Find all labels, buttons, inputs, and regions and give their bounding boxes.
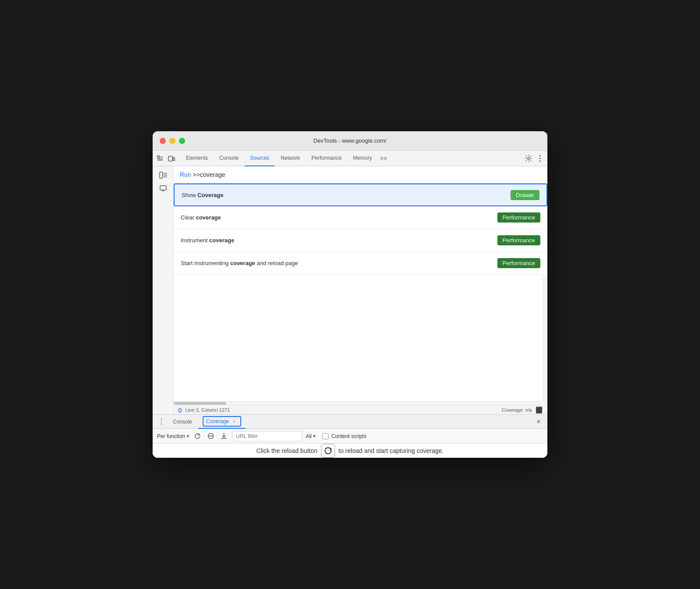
device-toggle-icon[interactable] [168, 154, 175, 162]
content-scripts-checkbox[interactable] [322, 433, 329, 439]
coverage-toolbar: Per function ▾ [153, 429, 547, 444]
message-after: to reload and start capturing coverage. [339, 447, 444, 454]
device-icon[interactable] [156, 182, 170, 194]
minimize-button[interactable] [169, 138, 175, 144]
drawer-close-button[interactable]: × [533, 417, 544, 427]
command-item-text: Instrument coverage [181, 237, 234, 244]
command-item-text: Start instrumenting coverage and reload … [181, 260, 298, 266]
status-left: {} Line 3, Column 1271 [178, 407, 230, 413]
per-function-dropdown[interactable]: Per function ▾ [157, 433, 189, 439]
drawer-tab-coverage-label: Coverage [206, 418, 229, 424]
command-search-query: >>coverage [193, 171, 225, 178]
clear-coverage-button[interactable] [206, 431, 215, 441]
left-sidebar [153, 166, 174, 414]
all-label: All [306, 433, 311, 439]
coverage-main-area: Click the reload button to reload and st… [153, 444, 547, 458]
devtools-window: DevTools - www.google.com/ [153, 131, 547, 458]
drawer-tab-console[interactable]: Console [168, 415, 196, 429]
message-before: Click the reload button [256, 447, 317, 454]
horizontal-scrollbar[interactable] [174, 401, 547, 405]
tab-sources[interactable]: Sources [245, 151, 275, 166]
command-palette: Run >>coverage Show Coverage D [174, 166, 547, 275]
scrollbar-thumb [174, 402, 226, 405]
run-label: Run [180, 171, 191, 178]
inspect-element-icon[interactable] [156, 154, 164, 162]
svg-rect-1 [157, 156, 158, 157]
main-toolbar: Elements Console Sources Network Perform… [153, 151, 547, 166]
coverage-status: Coverage: n/a [502, 407, 532, 413]
command-item-start-instrumenting[interactable]: Start instrumenting coverage and reload … [174, 252, 547, 275]
tab-console[interactable]: Console [214, 151, 244, 166]
type-filter-dropdown[interactable]: All ▾ [306, 433, 315, 439]
tab-network[interactable]: Network [275, 151, 305, 166]
badge-performance-1: Performance [497, 212, 540, 223]
toolbar-icons [156, 154, 175, 162]
per-function-label: Per function [157, 433, 185, 439]
drawer-tab-coverage-close[interactable]: × [231, 418, 238, 425]
tab-bar: Elements Console Sources Network Perform… [181, 151, 523, 166]
command-results: Show Coverage Drawer Clear coverage Perf… [174, 183, 547, 275]
svg-point-7 [528, 157, 530, 159]
status-right: Coverage: n/a ⬛ [502, 406, 543, 413]
badge-performance-3: Performance [497, 258, 540, 268]
svg-point-9 [539, 158, 541, 159]
drawer-tab-console-label: Console [173, 419, 192, 425]
command-search-text: Run >>coverage [180, 171, 225, 178]
svg-point-10 [539, 160, 541, 162]
maximize-button[interactable] [179, 138, 185, 144]
svg-rect-6 [173, 158, 175, 161]
command-item-instrument-coverage[interactable]: Instrument coverage Performance [174, 229, 547, 252]
settings-icon[interactable] [525, 154, 532, 162]
toolbar-right [525, 154, 544, 162]
reload-icon[interactable] [321, 444, 335, 458]
devtools-panel: Elements Console Sources Network Perform… [153, 151, 547, 458]
dropdown-arrow-icon: ▾ [313, 434, 315, 438]
traffic-lights [160, 138, 185, 144]
code-panel: Run >>coverage Show Coverage D [174, 166, 547, 414]
file-panel-icon[interactable] [156, 169, 170, 181]
drawer-more-options[interactable]: ⋮ [156, 417, 167, 426]
reload-message: Click the reload button to reload and st… [256, 444, 443, 458]
drawer-tabs: ⋮ Console Coverage × × [153, 415, 547, 429]
url-filter-input[interactable] [232, 431, 302, 442]
command-item-text: Show Coverage [182, 192, 223, 198]
content-scripts-text: Content scripts [331, 433, 366, 439]
tab-memory[interactable]: Memory [348, 151, 377, 166]
svg-rect-11 [160, 172, 163, 178]
command-search-bar[interactable]: Run >>coverage [174, 166, 547, 183]
devtools-body: Run >>coverage Show Coverage D [153, 166, 547, 414]
drawer-tab-coverage[interactable]: Coverage × [198, 415, 246, 429]
content-scripts-label: Content scripts [322, 433, 366, 439]
tab-performance[interactable]: Performance [306, 151, 347, 166]
command-item-text: Clear coverage [181, 214, 221, 221]
svg-point-8 [539, 155, 541, 156]
more-tabs-button[interactable]: >> [378, 155, 389, 162]
window-title: DevTools - www.google.com/ [314, 137, 387, 144]
reload-coverage-button[interactable] [193, 431, 202, 441]
titlebar: DevTools - www.google.com/ [153, 131, 547, 151]
customize-icon[interactable] [536, 154, 544, 162]
drawer-tab-coverage-border: Coverage × [203, 416, 241, 427]
badge-drawer: Drawer [511, 190, 539, 200]
tab-elements[interactable]: Elements [181, 151, 213, 166]
svg-rect-15 [160, 186, 166, 190]
badge-performance-2: Performance [497, 235, 540, 245]
pretty-print-icon[interactable]: {} [178, 407, 182, 413]
command-item-show-coverage[interactable]: Show Coverage Drawer [174, 183, 547, 206]
status-bar: {} Line 3, Column 1271 Coverage: n/a ⬛ [174, 405, 547, 414]
drawer-panel: ⋮ Console Coverage × × Per function ▾ [153, 414, 547, 458]
cursor-position: Line 3, Column 1271 [186, 407, 230, 413]
export-coverage-button[interactable] [219, 431, 229, 441]
close-button[interactable] [160, 138, 166, 144]
command-item-clear-coverage[interactable]: Clear coverage Performance [174, 206, 547, 229]
dropdown-arrow-icon: ▾ [187, 434, 189, 438]
svg-rect-5 [168, 156, 172, 161]
